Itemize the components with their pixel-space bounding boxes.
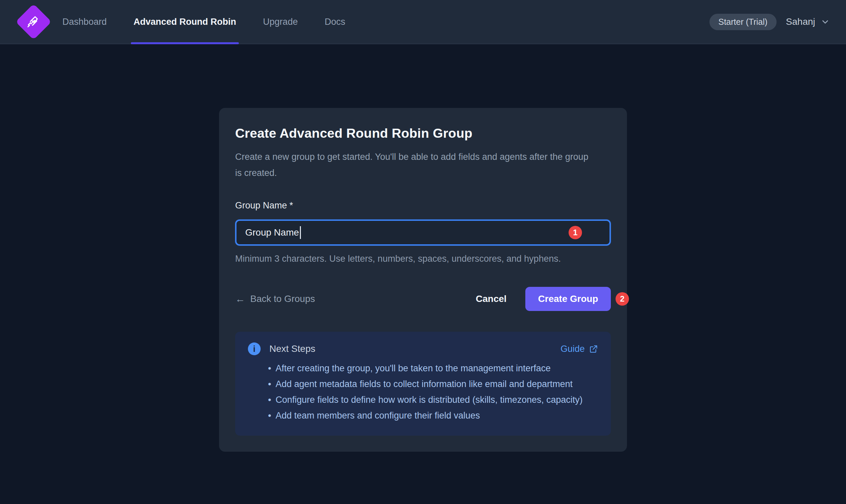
- bullet-icon: •: [268, 411, 271, 420]
- nav-item-dashboard[interactable]: Dashboard: [63, 0, 107, 43]
- next-steps-item: •After creating the group, you'll be tak…: [268, 361, 598, 376]
- dialog-actions: Cancel Create Group 2: [476, 287, 611, 311]
- user-menu[interactable]: Sahanj: [786, 16, 830, 27]
- layered-arrows-icon: [25, 13, 42, 30]
- dialog-title: Create Advanced Round Robin Group: [235, 126, 611, 141]
- group-name-label: Group Name *: [235, 200, 611, 211]
- next-steps-item-text: Configure fields to define how work is d…: [275, 395, 582, 405]
- next-steps-item: •Add agent metadata fields to collect in…: [268, 376, 598, 392]
- next-steps-header: i Next Steps Guide: [248, 342, 598, 355]
- bullet-icon: •: [268, 395, 271, 405]
- cancel-button[interactable]: Cancel: [476, 293, 506, 304]
- nav-menu: Dashboard Advanced Round Robin Upgrade D…: [63, 0, 345, 43]
- back-link-label: Back to Groups: [250, 293, 315, 304]
- user-name: Sahanj: [786, 16, 815, 27]
- info-icon: i: [248, 342, 261, 355]
- next-steps-item-text: Add team members and configure their fie…: [275, 411, 480, 420]
- group-name-value: Group Name: [245, 227, 299, 238]
- back-to-groups-link[interactable]: ← Back to Groups: [235, 293, 315, 304]
- top-navigation: Dashboard Advanced Round Robin Upgrade D…: [0, 0, 846, 44]
- next-steps-item: •Add team members and configure their fi…: [268, 408, 598, 424]
- step-badge-1: 1: [569, 226, 582, 239]
- next-steps-item-text: After creating the group, you'll be take…: [275, 363, 551, 373]
- create-group-button[interactable]: Create Group 2: [525, 287, 611, 311]
- next-steps-item: •Configure fields to define how work is …: [268, 392, 598, 408]
- brand-logo[interactable]: [15, 0, 52, 44]
- text-caret: [300, 226, 301, 239]
- create-group-label: Create Group: [538, 293, 598, 304]
- external-link-icon: [589, 344, 598, 354]
- plan-badge: Starter (Trial): [709, 14, 777, 30]
- nav-item-upgrade[interactable]: Upgrade: [263, 0, 298, 43]
- next-steps-item-text: Add agent metadata fields to collect inf…: [275, 379, 573, 389]
- next-steps-list: •After creating the group, you'll be tak…: [268, 361, 598, 424]
- bullet-icon: •: [268, 379, 271, 389]
- nav-right-section: Starter (Trial) Sahanj: [709, 14, 830, 30]
- nav-item-docs[interactable]: Docs: [325, 0, 346, 43]
- group-name-input[interactable]: Group Name 1: [235, 219, 611, 246]
- dialog-footer: ← Back to Groups Cancel Create Group 2: [235, 287, 611, 311]
- next-steps-title: Next Steps: [269, 343, 315, 354]
- back-arrow-icon: ←: [235, 294, 245, 304]
- nav-item-advanced-round-robin[interactable]: Advanced Round Robin: [134, 0, 236, 43]
- step-badge-2: 2: [616, 292, 629, 306]
- create-group-dialog: Create Advanced Round Robin Group Create…: [219, 108, 627, 452]
- chevron-down-icon: [821, 17, 830, 26]
- main-content: Create Advanced Round Robin Group Create…: [0, 108, 846, 452]
- bullet-icon: •: [268, 363, 271, 373]
- guide-link-label: Guide: [560, 344, 585, 354]
- guide-link[interactable]: Guide: [560, 344, 598, 354]
- group-name-helper-text: Minimum 3 characters. Use letters, numbe…: [235, 254, 611, 264]
- dialog-description: Create a new group to get started. You'l…: [235, 149, 596, 181]
- next-steps-box: i Next Steps Guide •After creating the g…: [235, 332, 611, 436]
